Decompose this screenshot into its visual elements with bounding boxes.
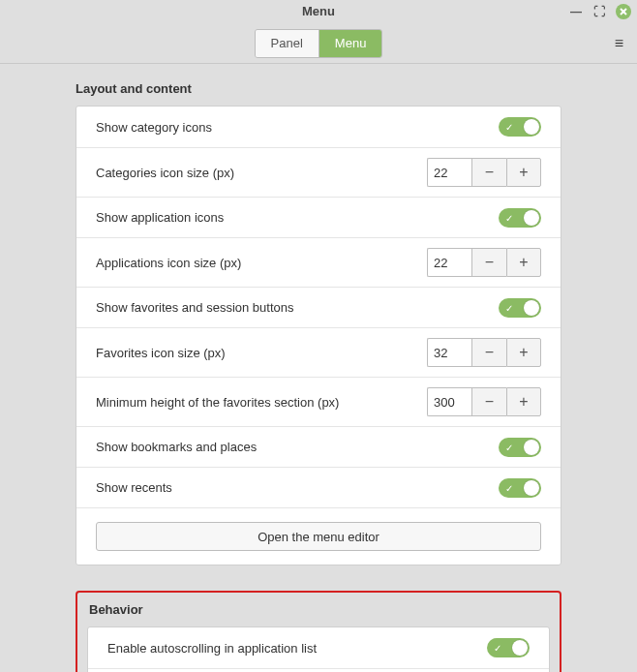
label-favorites-icon-size: Favorites icon size (px) — [96, 346, 226, 360]
row-categories-icon-size: Categories icon size (px) − + — [76, 147, 561, 197]
row-show-category-icons: Show category icons ✓ — [76, 107, 561, 147]
input-categories-icon-size[interactable] — [427, 158, 471, 187]
behavior-panel: Enable autoscrolling in application list… — [87, 626, 550, 672]
label-show-recents: Show recents — [96, 480, 172, 495]
tab-menu[interactable]: Menu — [318, 30, 382, 57]
inc-favorites-icon-size[interactable]: + — [506, 338, 541, 367]
maximize-icon[interactable]: ⛶ — [592, 5, 606, 18]
window-controls: — ⛶ — [569, 0, 631, 23]
row-enable-autoscroll: Enable autoscrolling in application list… — [88, 627, 549, 668]
spin-favorites-icon-size: − + — [427, 338, 541, 367]
label-show-category-icons: Show category icons — [96, 120, 212, 135]
row-open-menu-editor: Open the menu editor — [76, 507, 561, 565]
label-categories-icon-size: Categories icon size (px) — [96, 166, 234, 180]
section-behavior-highlight: Behavior Enable autoscrolling in applica… — [76, 591, 561, 672]
label-applications-icon-size: Applications icon size (px) — [96, 256, 241, 270]
spin-min-height-favorites: − + — [427, 387, 541, 416]
tab-group: Panel Menu — [255, 29, 383, 58]
dec-applications-icon-size[interactable]: − — [471, 248, 506, 277]
toggle-show-fav-session[interactable]: ✓ — [499, 298, 541, 318]
minimize-icon[interactable]: — — [569, 5, 583, 18]
toggle-show-application-icons[interactable]: ✓ — [499, 208, 541, 228]
row-enable-fs-path: Enable filesystem path entry in search b… — [88, 668, 549, 672]
content: Layout and content Show category icons ✓… — [0, 64, 637, 672]
window-title: Menu — [302, 4, 335, 18]
label-show-application-icons: Show application icons — [96, 210, 224, 225]
label-show-bookmarks: Show bookmarks and places — [96, 440, 257, 454]
check-icon: ✓ — [505, 302, 513, 313]
section-layout: Layout and content Show category icons ✓… — [76, 81, 561, 565]
check-icon: ✓ — [505, 212, 513, 223]
dec-favorites-icon-size[interactable]: − — [471, 338, 506, 367]
label-min-height-favorites: Minimum height of the favorites section … — [96, 395, 339, 410]
check-icon: ✓ — [505, 122, 513, 133]
tab-panel[interactable]: Panel — [256, 30, 318, 57]
spin-applications-icon-size: − + — [427, 248, 541, 277]
row-min-height-favorites: Minimum height of the favorites section … — [76, 377, 561, 426]
input-favorites-icon-size[interactable] — [427, 338, 471, 367]
dec-min-height-favorites[interactable]: − — [471, 387, 506, 416]
spin-categories-icon-size: − + — [427, 158, 541, 187]
input-applications-icon-size[interactable] — [427, 248, 471, 277]
title-bar: Menu — ⛶ — [0, 0, 637, 23]
label-enable-autoscroll: Enable autoscrolling in application list — [107, 641, 317, 656]
row-applications-icon-size: Applications icon size (px) − + — [76, 237, 561, 287]
inc-applications-icon-size[interactable]: + — [506, 248, 541, 277]
row-show-recents: Show recents ✓ — [76, 467, 561, 507]
toolbar: Panel Menu ≡ — [0, 23, 637, 64]
row-show-bookmarks: Show bookmarks and places ✓ — [76, 426, 561, 467]
open-menu-editor-button[interactable]: Open the menu editor — [96, 522, 541, 551]
toggle-enable-autoscroll[interactable]: ✓ — [487, 638, 530, 657]
toggle-show-category-icons[interactable]: ✓ — [499, 117, 541, 137]
layout-title: Layout and content — [76, 81, 561, 96]
close-icon[interactable] — [616, 4, 631, 19]
toggle-show-bookmarks[interactable]: ✓ — [499, 438, 541, 457]
row-show-application-icons: Show application icons ✓ — [76, 197, 561, 237]
label-show-fav-session: Show favorites and session buttons — [96, 300, 294, 315]
inc-min-height-favorites[interactable]: + — [506, 387, 541, 416]
hamburger-icon[interactable]: ≡ — [615, 35, 623, 52]
row-show-fav-session: Show favorites and session buttons ✓ — [76, 287, 561, 327]
layout-panel: Show category icons ✓ Categories icon si… — [76, 106, 561, 565]
behavior-title: Behavior — [89, 602, 550, 617]
check-icon: ✓ — [494, 643, 501, 654]
toggle-show-recents[interactable]: ✓ — [499, 478, 541, 498]
input-min-height-favorites[interactable] — [427, 387, 471, 416]
inc-categories-icon-size[interactable]: + — [506, 158, 541, 187]
check-icon: ✓ — [505, 482, 513, 493]
check-icon: ✓ — [505, 442, 513, 452]
dec-categories-icon-size[interactable]: − — [471, 158, 506, 187]
row-favorites-icon-size: Favorites icon size (px) − + — [76, 327, 561, 377]
